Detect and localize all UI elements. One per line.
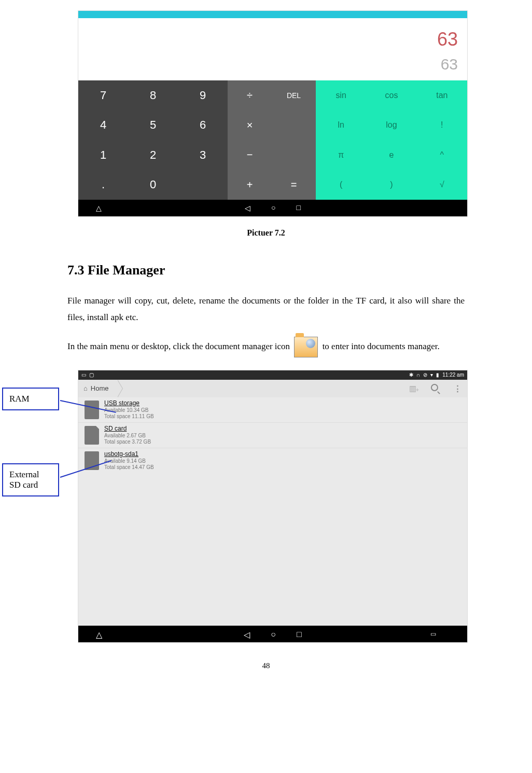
status-folder-icon: ▢ (89, 372, 94, 378)
nav-back-icon[interactable] (245, 204, 250, 213)
key-8[interactable]: 8 (128, 80, 178, 111)
usb-storage-icon (85, 401, 99, 419)
android-nav-bar: ▭ (78, 626, 467, 642)
status-headphone-icon: ∩ (416, 372, 420, 378)
key-minus[interactable]: − (228, 140, 272, 170)
key-sqrt[interactable]: √ (417, 170, 467, 200)
callout-sd-text: External SD card (9, 470, 39, 490)
file-manager-figure: RAM External SD card ▭ ▢ ✱ ∩ ⊘ ▾ ▮ 11:22… (0, 370, 532, 643)
breadcrumb-home[interactable]: ⌂ Home (78, 380, 117, 397)
nav-pip-icon[interactable]: ▭ (430, 630, 436, 638)
key-6[interactable]: 6 (178, 111, 228, 141)
key-divide[interactable]: ÷ (228, 80, 272, 111)
nav-home-icon[interactable] (271, 204, 275, 213)
nav-home-icon[interactable] (271, 630, 276, 640)
android-status-bar (78, 11, 467, 18)
key-factorial[interactable]: ! (417, 111, 467, 141)
sd-card-icon (85, 426, 99, 445)
section-heading: 7.3 File Manager (67, 263, 532, 278)
key-plus[interactable]: + (228, 170, 272, 200)
paragraph-2: In the main menu or desktop, click the d… (67, 337, 465, 357)
storage-title: usbotg-sda1 (104, 450, 154, 458)
key-e[interactable]: e (366, 140, 416, 170)
key-tan[interactable]: tan (417, 80, 467, 111)
new-folder-icon[interactable]: ▥₊ (409, 384, 418, 393)
figure-caption: Pictuer 7.2 (0, 228, 532, 238)
key-ln[interactable]: ln (316, 111, 366, 141)
storage-title: USB storage (104, 399, 154, 407)
callout-sd: External SD card (2, 463, 59, 496)
list-item[interactable]: USB storage Available 10.34 GB Total spa… (78, 397, 467, 422)
list-item[interactable]: usbotg-sda1 Available 9.14 GB Total spac… (78, 448, 467, 473)
status-dnd-icon: ⊘ (423, 372, 427, 378)
key-4[interactable]: 4 (78, 111, 128, 141)
breadcrumb-chevron-icon (117, 380, 122, 397)
file-manager-screenshot: ▭ ▢ ✱ ∩ ⊘ ▾ ▮ 11:22 am ⌂ Home (78, 370, 468, 643)
nav-back-icon[interactable] (244, 630, 250, 640)
nav-recent-icon[interactable] (297, 204, 301, 213)
calculator-display: 63 63 (78, 18, 467, 80)
storage-total: Total space 14.47 GB (104, 464, 154, 471)
key-cos[interactable]: cos (366, 80, 416, 111)
android-nav-bar (78, 200, 467, 216)
fm-toolbar: ⌂ Home ▥₊ ⋮ (78, 380, 467, 397)
key-3[interactable]: 3 (178, 140, 228, 170)
home-icon: ⌂ (83, 384, 88, 392)
paragraph-2-post: to enter into documents manager. (323, 341, 440, 351)
search-icon[interactable] (431, 384, 441, 393)
key-5[interactable]: 5 (128, 111, 178, 141)
storage-title: SD card (104, 425, 151, 433)
key-equals[interactable]: = (272, 170, 316, 200)
status-time: 11:22 am (442, 372, 464, 378)
status-wifi-icon: ▾ (430, 372, 433, 378)
calculator-result: 63 (441, 56, 458, 73)
storage-total: Total space 11.11 GB (104, 413, 154, 420)
key-7[interactable]: 7 (78, 80, 128, 111)
calculator-keypad: 7 8 9 4 5 6 1 2 3 . 0 ÷ DEL × − + (78, 80, 467, 200)
key-paren-right[interactable]: ) (366, 170, 416, 200)
key-2[interactable]: 2 (128, 140, 178, 170)
key-pi[interactable]: π (316, 140, 366, 170)
key-op-blank-1 (272, 111, 316, 141)
key-0[interactable]: 0 (128, 170, 178, 200)
key-1[interactable]: 1 (78, 140, 128, 170)
key-delete[interactable]: DEL (272, 80, 316, 111)
status-bluetooth-icon: ✱ (409, 372, 413, 378)
operator-pad: ÷ DEL × − + = (228, 80, 316, 200)
fm-status-bar: ▭ ▢ ✱ ∩ ⊘ ▾ ▮ 11:22 am (78, 370, 467, 380)
status-battery-icon: ▮ (436, 372, 439, 378)
storage-available: Available 9.14 GB (104, 458, 154, 465)
nav-recent-icon[interactable] (297, 630, 302, 640)
numpad: 7 8 9 4 5 6 1 2 3 . 0 (78, 80, 228, 200)
storage-available: Available 10.34 GB (104, 407, 154, 414)
breadcrumb-label: Home (91, 384, 109, 392)
key-sin[interactable]: sin (316, 80, 366, 111)
calculator-formula: 63 (437, 29, 458, 50)
file-manager-app-icon (294, 337, 318, 357)
paragraph-2-pre: In the main menu or desktop, click the d… (67, 341, 292, 351)
key-9[interactable]: 9 (178, 80, 228, 111)
list-item[interactable]: SD card Available 2.67 GB Total space 3.… (78, 422, 467, 448)
more-menu-icon[interactable]: ⋮ (454, 384, 462, 393)
key-power[interactable]: ^ (417, 140, 467, 170)
storage-available: Available 2.67 GB (104, 433, 151, 439)
key-dot[interactable]: . (78, 170, 128, 200)
calculator-screenshot: 63 63 7 8 9 4 5 6 1 2 3 . 0 ÷ DEL × (78, 10, 468, 217)
storage-list: USB storage Available 10.34 GB Total spa… (78, 397, 467, 626)
key-multiply[interactable]: × (228, 111, 272, 141)
storage-total: Total space 3.72 GB (104, 439, 151, 446)
scientific-pad: sin cos tan ln log ! π e ^ ( ) √ (316, 80, 467, 200)
callout-ram: RAM (2, 388, 59, 410)
page-number: 48 (0, 643, 532, 681)
key-blank (178, 170, 228, 200)
key-op-blank-2 (272, 140, 316, 170)
key-log[interactable]: log (366, 111, 416, 141)
key-paren-left[interactable]: ( (316, 170, 366, 200)
status-storage-icon: ▭ (81, 372, 86, 378)
paragraph-1: File manager will copy, cut, delete, ren… (67, 293, 465, 326)
